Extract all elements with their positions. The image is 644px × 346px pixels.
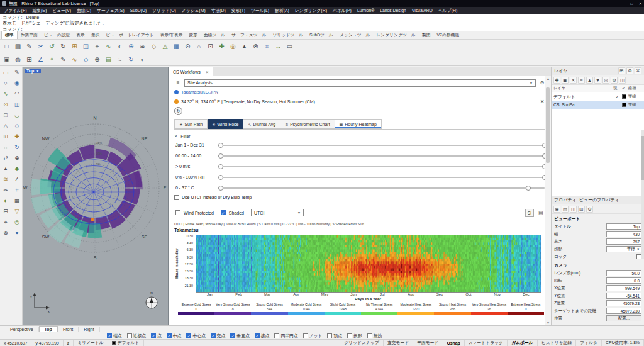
- export-icon[interactable]: ▤: [537, 209, 545, 216]
- toolbar-icon[interactable]: ◐: [137, 54, 148, 65]
- menu-item[interactable]: サーフェス(S): [97, 8, 125, 14]
- tool-icon[interactable]: ◆: [12, 164, 22, 174]
- layer-color-swatch[interactable]: [622, 94, 626, 99]
- osnap-checkbox[interactable]: ✓: [186, 333, 191, 338]
- tool-icon[interactable]: ⊟: [1, 206, 11, 216]
- viewport-tab-perspective[interactable]: Perspective: [5, 327, 39, 332]
- toolbar-tab[interactable]: 作業平面: [18, 31, 41, 39]
- toolbar-tab[interactable]: 選択: [88, 31, 103, 39]
- panel-header-icon[interactable]: ⚙: [626, 67, 633, 74]
- tool-icon[interactable]: ▽: [12, 206, 22, 216]
- menu-item[interactable]: メッシュ(M): [182, 8, 206, 14]
- properties-tab-icon[interactable]: ⊞: [578, 206, 585, 213]
- osnap-checkbox[interactable]: ✓: [230, 333, 235, 338]
- toolbar-icon[interactable]: ↻: [126, 54, 136, 65]
- layers-toolbar-icon[interactable]: ▣: [562, 77, 569, 84]
- tool-icon[interactable]: ⌖: [1, 217, 11, 227]
- menu-item[interactable]: パネル(P): [333, 8, 352, 14]
- toolbar-icon[interactable]: ▣: [1, 54, 12, 65]
- property-checkbox[interactable]: [636, 254, 641, 259]
- toolbar-icon[interactable]: ◍: [13, 54, 23, 65]
- wind-protected-checkbox[interactable]: [175, 210, 180, 215]
- layers-toolbar-icon[interactable]: ◎: [602, 77, 609, 84]
- toolbar-icon[interactable]: ◎: [228, 41, 238, 52]
- tool-icon[interactable]: ⇄: [1, 153, 11, 163]
- current-layer-check[interactable]: ✓: [614, 94, 620, 99]
- toolbar-icon[interactable]: ⌂: [194, 41, 204, 52]
- layer-linetype[interactable]: 実線: [628, 94, 642, 99]
- toolbar-tab[interactable]: 標準: [1, 31, 18, 39]
- slider-track[interactable]: [221, 166, 545, 167]
- command-area[interactable]: コマンド: _Delete 表示モードが"シェーディング"に設定されました。 コ…: [0, 14, 644, 31]
- osnap-toggle[interactable]: ✓点: [151, 333, 162, 339]
- tool-icon[interactable]: ◇: [12, 121, 22, 131]
- tool-icon[interactable]: ▭: [1, 67, 11, 77]
- property-value[interactable]: -54.541: [606, 293, 641, 299]
- osnap-toggle[interactable]: ✓接点: [255, 333, 270, 339]
- tool-icon[interactable]: ∿: [1, 89, 11, 99]
- slider-handle-start[interactable]: [218, 175, 223, 180]
- menu-item[interactable]: ソリッド(O): [152, 8, 176, 14]
- menu-item[interactable]: 編集(E): [33, 8, 47, 14]
- refresh-button[interactable]: ↻: [174, 107, 182, 115]
- toolbar-icon[interactable]: ⊞: [24, 54, 35, 65]
- toolbar-icon[interactable]: ◇: [148, 41, 159, 52]
- osnap-checkbox[interactable]: ✓: [167, 333, 172, 338]
- menu-item[interactable]: 寸法(D): [211, 8, 226, 14]
- toolbar-icon[interactable]: ⊡: [205, 41, 216, 52]
- property-button[interactable]: 配置...: [606, 315, 641, 321]
- viewport-tab-top[interactable]: Top: [39, 326, 58, 332]
- shaded-checkbox[interactable]: ✓: [221, 210, 226, 215]
- status-toggle-直交モード[interactable]: 直交モード: [384, 340, 413, 346]
- layers-toolbar-icon[interactable]: ▲: [586, 77, 593, 84]
- property-value[interactable]: 45079.23: [606, 300, 641, 306]
- tool-icon[interactable]: ○: [1, 78, 11, 88]
- close-button[interactable]: ✕: [639, 1, 642, 6]
- tool-icon[interactable]: ◫: [12, 99, 22, 109]
- property-value[interactable]: Top: [606, 223, 641, 230]
- menu-item[interactable]: Lumion®: [357, 8, 374, 13]
- property-value[interactable]: -999.549: [606, 285, 641, 291]
- toolbar-icon[interactable]: ∿: [69, 54, 80, 65]
- toolbar-icon[interactable]: ↔: [273, 41, 284, 52]
- tab-psychrometric-chart[interactable]: ≋Psychrometric Chart: [280, 119, 335, 129]
- toolbar-icon[interactable]: ⊞: [69, 41, 80, 52]
- tool-icon[interactable]: ⊞: [1, 131, 11, 142]
- menu-item[interactable]: ヘルプ(H): [438, 8, 457, 14]
- tab-sun-path[interactable]: ☀Sun Path: [174, 119, 208, 129]
- workflow-dropdown[interactable]: Site Analysis ▼: [184, 79, 536, 87]
- viewport-title[interactable]: Top▼: [25, 69, 41, 73]
- layers-toolbar-icon[interactable]: ✚: [553, 77, 560, 84]
- toolbar-icon[interactable]: ⊗: [250, 41, 261, 52]
- toolbar-icon[interactable]: ∠: [35, 54, 46, 65]
- slider-track[interactable]: [221, 155, 545, 157]
- toolbar-icon[interactable]: ∿: [103, 41, 114, 52]
- tool-icon[interactable]: ↔: [1, 142, 11, 152]
- layers-toolbar-icon[interactable]: ▼: [594, 77, 601, 84]
- toolbar-icon[interactable]: ✂: [35, 41, 46, 52]
- toolbar-icon[interactable]: △: [160, 41, 170, 52]
- menu-item[interactable]: レンダリング(R): [295, 8, 327, 14]
- slider-handle-start[interactable]: [218, 186, 223, 191]
- toolbar-tab[interactable]: サーフェスツール: [228, 31, 269, 39]
- property-value[interactable]: 0.0: [606, 277, 641, 284]
- toolbar-icon[interactable]: ▤: [103, 54, 114, 65]
- tool-icon[interactable]: ✚: [12, 131, 22, 142]
- slider-handle-end[interactable]: [526, 186, 531, 191]
- osnap-checkbox[interactable]: ✓: [255, 333, 260, 338]
- osnap-toggle[interactable]: ノット: [303, 333, 323, 339]
- tool-icon[interactable]: ⊕: [12, 153, 22, 163]
- osnap-toggle[interactable]: ✓交点: [211, 333, 226, 339]
- property-value[interactable]: 430: [606, 231, 641, 237]
- menu-item[interactable]: 曲線(C): [77, 8, 91, 14]
- osnap-checkbox[interactable]: ✓: [107, 333, 112, 338]
- tool-icon[interactable]: ⊙: [1, 99, 11, 109]
- properties-tab-icon[interactable]: ◉: [553, 206, 560, 213]
- menu-item[interactable]: ツール(L): [251, 8, 269, 14]
- scroll-down-icon[interactable]: ▼: [545, 321, 551, 325]
- status-toggle-グリッドスナップ[interactable]: グリッドスナップ: [340, 340, 384, 346]
- toolbar-tab[interactable]: ソリッドツール: [270, 31, 307, 39]
- layer-row[interactable]: CS_SunPa...実線: [552, 101, 644, 109]
- osnap-checkbox[interactable]: [367, 333, 372, 338]
- tool-icon[interactable]: ⌗: [12, 185, 22, 195]
